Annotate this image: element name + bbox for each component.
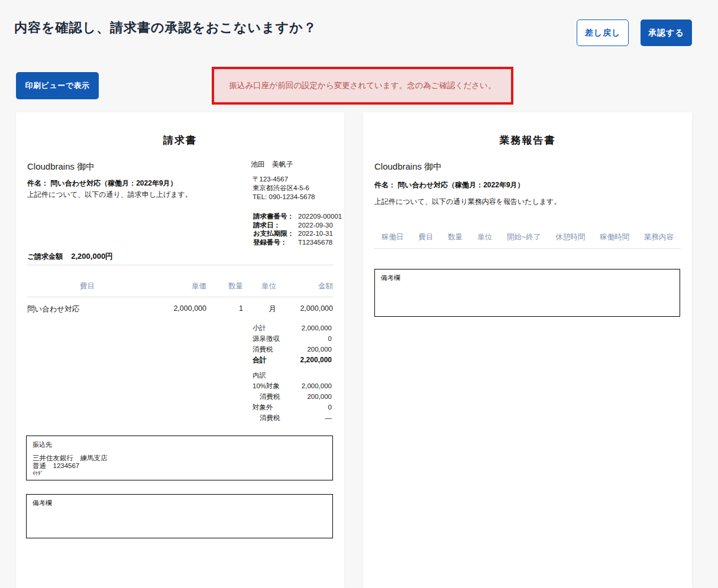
row-unit-price: 2,000,000 xyxy=(147,304,206,314)
grand-total-label: ご請求金額 xyxy=(27,252,63,262)
col-start-end: 開始~終了 xyxy=(507,232,541,242)
withholding-value: 0 xyxy=(328,335,332,342)
invoice-date-label: 請求日： xyxy=(253,221,298,230)
col-work-time: 稼働時間 xyxy=(600,232,629,242)
breakdown-exempt-tax-label: 消費税 xyxy=(253,414,280,423)
registration-number-row: 登録番号： T12345678 xyxy=(253,238,342,247)
issuer-street: 東京都渋谷区4-5-6 xyxy=(253,184,315,193)
breakdown-exempt-tax-value: — xyxy=(325,414,332,421)
invoice-number-row: 請求書番号： 202209-00001 xyxy=(253,212,342,221)
invoice-subject-text: 問い合わせ対応（稼働月：2022年9月） xyxy=(50,179,177,187)
table-row: 問い合わせ対応 2,000,000 1 月 2,000,000 xyxy=(27,297,333,314)
grand-total: ご請求金額 2,200,000円 xyxy=(27,251,113,262)
row-qty: 1 xyxy=(206,304,243,314)
payment-due-row: お支払期限： 2022-10-31 xyxy=(253,229,342,238)
report-notes-box: 備考欄 xyxy=(374,269,680,317)
breakdown-10pct-label: 10%対象 xyxy=(253,382,280,391)
alert-message: 振込み口座が前回の設定から変更されています。念の為ご確認ください。 xyxy=(229,80,496,91)
breakdown-exempt-row: 対象外 0 xyxy=(253,402,332,412)
row-unit: 月 xyxy=(243,304,276,314)
breakdown-exempt-tax-row: 消費税 — xyxy=(253,412,332,423)
reject-button[interactable]: 差し戻し xyxy=(577,20,629,46)
print-view-button[interactable]: 印刷ビューで表示 xyxy=(16,72,99,99)
tax-row: 消費税 200,000 xyxy=(253,344,332,355)
report-subject-label: 件名： xyxy=(374,181,396,189)
invoice-title: 請求書 xyxy=(16,134,344,147)
payment-due-value: 2022-10-31 xyxy=(298,229,333,238)
issuer-address: 〒123-4567 東京都渋谷区4-5-6 TEL: 090-1234-5678 xyxy=(253,175,315,202)
tax-label: 消費税 xyxy=(253,345,273,354)
bank-holder-kana: ｲｹﾀﾞ xyxy=(33,470,326,477)
issuer-postal: 〒123-4567 xyxy=(253,175,315,184)
report-recipient: Cloudbrains 御中 xyxy=(374,161,442,173)
page-title: 内容を確認し、請求書の承認をおこないますか？ xyxy=(14,19,317,37)
total-value: 2,200,000 xyxy=(300,356,332,364)
breakdown-10pct-tax-row: 消費税 200,000 xyxy=(253,391,332,402)
col-work-date: 稼働日 xyxy=(381,232,404,242)
col-item: 費目 xyxy=(27,281,147,291)
invoice-meta: 請求書番号： 202209-00001 請求日： 2022-09-30 お支払期… xyxy=(253,212,342,246)
subtotal-value: 2,000,000 xyxy=(302,324,332,332)
bank-account: 普通 1234567 xyxy=(33,462,326,470)
col-unit-price: 単価 xyxy=(147,281,206,291)
approval-page: 内容を確認し、請求書の承認をおこないますか？ 差し戻し 承認する 印刷ビューで表… xyxy=(0,0,718,588)
work-report-card: 業務報告書 Cloudbrains 御中 件名： 問い合わせ対応（稼働月：202… xyxy=(363,112,692,588)
invoice-items-table: 費目 単価 数量 単位 金額 問い合わせ対応 2,000,000 1 月 2,0… xyxy=(27,281,333,314)
col-work-detail: 業務内容 xyxy=(644,232,674,242)
report-subject-text: 問い合わせ対応（稼働月：2022年9月） xyxy=(397,181,524,189)
breakdown-caption: 内訳 xyxy=(253,370,332,381)
bank-box-label: 振込先 xyxy=(33,440,326,449)
bank-change-alert: 振込み口座が前回の設定から変更されています。念の為ご確認ください。 xyxy=(212,67,513,105)
invoice-card: 請求書 Cloudbrains 御中 件名： 問い合わせ対応（稼働月：2022年… xyxy=(16,112,344,588)
row-item: 問い合わせ対応 xyxy=(27,304,147,314)
invoice-summary: 小計 2,000,000 源泉徴収 0 消費税 200,000 合計 2,200… xyxy=(253,323,332,365)
payment-due-label: お支払期限： xyxy=(253,229,298,238)
divider xyxy=(27,265,333,265)
report-table-header: 稼働日 費目 数量 単位 開始~終了 休憩時間 稼働時間 業務内容 xyxy=(374,232,681,249)
breakdown-10pct-row: 10%対象 2,000,000 xyxy=(253,381,332,391)
registration-number-label: 登録番号： xyxy=(253,238,298,247)
grand-total-value: 2,200,000円 xyxy=(71,251,113,262)
col-expense-item: 費目 xyxy=(418,232,433,242)
withholding-row: 源泉徴収 0 xyxy=(253,333,332,344)
breakdown-exempt-label: 対象外 xyxy=(253,403,273,412)
invoice-subject-label: 件名： xyxy=(27,179,48,187)
invoice-date-value: 2022-09-30 xyxy=(298,221,333,230)
report-subject: 件名： 問い合わせ対応（稼働月：2022年9月） xyxy=(374,180,525,190)
bank-transfer-box: 振込先 三井住友銀行 練馬支店 普通 1234567 ｲｹﾀﾞ xyxy=(26,436,333,480)
col-quantity: 数量 xyxy=(448,232,463,242)
issuer-name: 池田 美帆子 xyxy=(251,160,293,170)
invoice-notes-box: 備考欄 xyxy=(26,494,333,538)
tax-value: 200,000 xyxy=(307,346,332,353)
report-notes-label: 備考欄 xyxy=(381,274,674,282)
breakdown-exempt-value: 0 xyxy=(328,404,332,411)
approve-button[interactable]: 承認する xyxy=(641,20,692,46)
invoice-number-value: 202209-00001 xyxy=(298,212,342,221)
report-title: 業務報告書 xyxy=(363,134,692,147)
invoice-date-row: 請求日： 2022-09-30 xyxy=(253,221,342,230)
row-amount: 2,000,000 xyxy=(276,304,333,314)
invoice-number-label: 請求書番号： xyxy=(253,212,298,221)
total-row: 合計 2,200,000 xyxy=(253,355,332,365)
invoice-subject: 件名： 問い合わせ対応（稼働月：2022年9月） xyxy=(27,178,177,189)
col-break-time: 休憩時間 xyxy=(555,232,585,242)
col-unit: 単位 xyxy=(243,281,276,291)
col-unit: 単位 xyxy=(477,232,492,242)
withholding-label: 源泉徴収 xyxy=(253,334,280,343)
subtotal-row: 小計 2,000,000 xyxy=(253,323,332,333)
invoice-breakdown: 内訳 10%対象 2,000,000 消費税 200,000 対象外 0 消費税… xyxy=(253,370,332,423)
registration-number-value: T12345678 xyxy=(298,238,332,247)
issuer-tel: TEL: 090-1234-5678 xyxy=(253,193,315,202)
subtotal-label: 小計 xyxy=(253,324,266,333)
invoice-intro: 上記件について、以下の通り、請求申し上げます。 xyxy=(27,190,192,200)
invoice-recipient: Cloudbrains 御中 xyxy=(27,161,95,173)
col-amount: 金額 xyxy=(276,281,333,291)
breakdown-10pct-tax-value: 200,000 xyxy=(307,393,332,400)
breakdown-10pct-value: 2,000,000 xyxy=(302,382,332,389)
report-intro: 上記件について、以下の通り業務内容を報告いたします。 xyxy=(374,197,561,207)
total-label: 合計 xyxy=(253,355,267,365)
bank-name: 三井住友銀行 練馬支店 xyxy=(33,454,326,462)
invoice-notes-label: 備考欄 xyxy=(33,499,326,508)
invoice-table-header: 費目 単価 数量 単位 金額 xyxy=(27,281,333,297)
col-qty: 数量 xyxy=(206,281,243,291)
